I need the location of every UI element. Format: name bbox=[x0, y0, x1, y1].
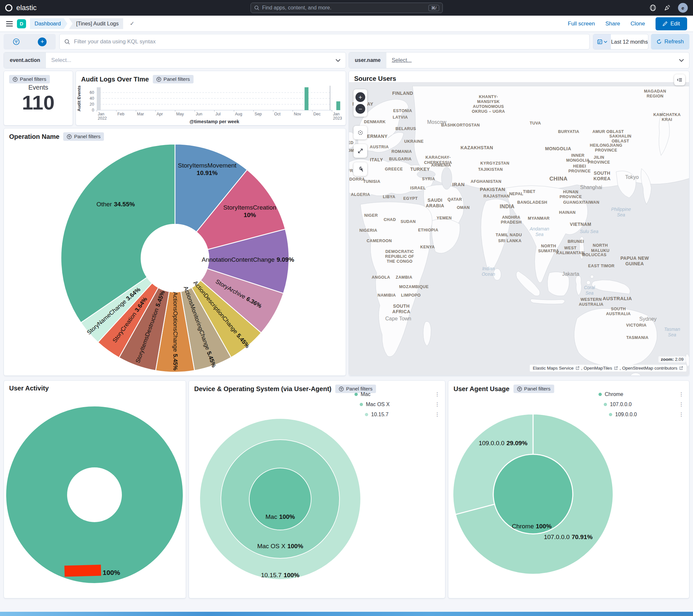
pie-slice[interactable] bbox=[249, 468, 311, 530]
map-label: NIGERIA bbox=[359, 229, 377, 233]
bar[interactable] bbox=[305, 88, 309, 110]
panel-title: User Agent Usage bbox=[454, 385, 510, 393]
full-screen-link[interactable]: Full screen bbox=[568, 21, 595, 27]
legend-item[interactable]: 107.0.0.0⋮ bbox=[598, 399, 684, 409]
set-to-data-bounds-button[interactable] bbox=[354, 126, 367, 139]
global-search-input[interactable]: Find apps, content, and more. ⌘/ bbox=[251, 3, 443, 13]
filter-in-circle-icon bbox=[156, 77, 161, 82]
attribution-link[interactable]: OpenMapTiles bbox=[583, 366, 612, 370]
map-label: KAZAKHSTAN bbox=[460, 145, 493, 151]
panel-filters-badge[interactable]: Panel filters bbox=[153, 75, 194, 83]
filter-in-circle-icon bbox=[67, 134, 72, 139]
map-label: BANGLADESH bbox=[517, 200, 547, 205]
legend-item[interactable]: Chrome⋮ bbox=[598, 389, 684, 399]
space-badge[interactable]: D bbox=[17, 19, 26, 28]
panel-operation-name: Operation Name Panel filters StoryItemsM… bbox=[4, 128, 346, 376]
map-label: YEMEN bbox=[437, 216, 452, 220]
legend-options-icon[interactable]: ⋮ bbox=[435, 391, 440, 397]
map-label: AUSTRIA bbox=[370, 145, 389, 150]
bar[interactable] bbox=[336, 101, 340, 110]
map-label: ESTONIA bbox=[393, 109, 412, 113]
attribution-link[interactable]: Elastic Maps Service bbox=[533, 366, 573, 370]
map-label: VICTORIA bbox=[626, 323, 647, 328]
map-label: TAJIKISTAN bbox=[478, 167, 503, 172]
elastic-logo[interactable]: elastic bbox=[0, 4, 37, 12]
svg-text:Mar: Mar bbox=[137, 112, 144, 116]
global-search-placeholder: Find apps, content, and more. bbox=[262, 5, 429, 11]
map-label: QATAR bbox=[447, 197, 462, 202]
legend-item[interactable]: 10.15.7⋮ bbox=[355, 409, 440, 420]
crosshair-icon bbox=[357, 129, 363, 136]
map-legend-toggle-button[interactable] bbox=[674, 74, 685, 85]
pie-slice[interactable] bbox=[493, 454, 573, 534]
map-label: FINLAND bbox=[392, 91, 413, 96]
map-label: PAPUA NEW GUINEA bbox=[620, 255, 649, 267]
map-tools-button[interactable] bbox=[354, 162, 367, 176]
map-label: MONGOLIA bbox=[545, 146, 571, 152]
map-label: EAST TIMOR bbox=[588, 264, 614, 269]
svg-text:Jul: Jul bbox=[215, 112, 221, 116]
pie-slice[interactable] bbox=[37, 437, 153, 553]
svg-text:Apr: Apr bbox=[157, 112, 163, 116]
calendar-button[interactable] bbox=[593, 34, 611, 49]
fit-to-bounds-button[interactable] bbox=[354, 144, 367, 158]
whats-new-icon[interactable] bbox=[664, 4, 671, 12]
map-label: BURYATIA bbox=[558, 129, 579, 134]
panel-filters-badge[interactable]: Panel filters bbox=[9, 75, 50, 83]
zoom-in-button[interactable]: + bbox=[355, 92, 365, 102]
breadcrumb-dashboard[interactable]: Dashboard bbox=[30, 18, 67, 29]
filter-in-circle-icon bbox=[339, 387, 344, 391]
calendar-icon bbox=[597, 39, 602, 44]
map-label: DEMOCRATIC REPUBLIC OF THE CONGO bbox=[385, 249, 414, 264]
panel-title: Device & Operating System (via User-Agen… bbox=[194, 385, 331, 393]
bar[interactable] bbox=[97, 88, 101, 110]
pencil-icon bbox=[663, 21, 668, 26]
legend-item[interactable]: Mac OS X⋮ bbox=[355, 399, 440, 409]
panel-audit-logs-over-time: Audit Logs Over TIme Panel filters 02040… bbox=[76, 71, 346, 126]
add-filter-button[interactable]: + bbox=[38, 37, 46, 46]
chevron-down-icon[interactable] bbox=[336, 59, 340, 62]
panel-filters-badge[interactable]: Panel filters bbox=[63, 132, 104, 141]
legend-options-icon[interactable]: ⋮ bbox=[679, 401, 684, 407]
map-label: ISRAEL bbox=[410, 186, 426, 191]
expand-icon bbox=[357, 148, 363, 154]
legend-options-icon[interactable]: ⋮ bbox=[679, 411, 684, 418]
svg-text:Sep: Sep bbox=[255, 112, 262, 116]
control-value[interactable]: Select... bbox=[51, 57, 71, 63]
legend-item[interactable]: Mac⋮ bbox=[355, 389, 440, 399]
legend-item[interactable]: 109.0.0.0⋮ bbox=[598, 409, 684, 420]
clone-link[interactable]: Clone bbox=[630, 21, 645, 27]
time-range-value[interactable]: Last 12 months bbox=[611, 39, 648, 45]
kql-search-input[interactable]: Filter your data using KQL syntax bbox=[59, 34, 590, 50]
map-label: TASMANIA bbox=[626, 335, 648, 340]
zoom-out-button[interactable]: − bbox=[355, 104, 365, 114]
redaction-box bbox=[64, 565, 101, 577]
map-label: Philippine Sea bbox=[611, 207, 631, 218]
share-link[interactable]: Share bbox=[605, 21, 620, 27]
control-label: user.name bbox=[349, 53, 387, 68]
saved-check-icon[interactable]: ✓ bbox=[130, 20, 134, 27]
refresh-button[interactable]: Refresh bbox=[651, 34, 689, 50]
chevron-down-icon[interactable] bbox=[679, 59, 684, 62]
legend-options-icon[interactable]: ⋮ bbox=[435, 401, 440, 407]
control-event-action[interactable]: event.action Select... bbox=[4, 52, 346, 69]
map-label: UKRAINE bbox=[404, 139, 424, 144]
avatar[interactable]: e bbox=[678, 3, 688, 13]
control-user-name[interactable]: user.name Select... bbox=[349, 52, 689, 69]
map-label: Shanghai bbox=[580, 184, 602, 191]
legend-options-icon[interactable]: ⋮ bbox=[435, 411, 440, 418]
control-value[interactable]: Select... bbox=[392, 57, 412, 63]
legend-options-icon[interactable]: ⋮ bbox=[679, 391, 684, 397]
filter-in-circle-icon bbox=[13, 77, 18, 82]
panel-filters-badge[interactable]: Panel filters bbox=[514, 385, 554, 393]
attribution-link[interactable]: OpenStreetMap contributors bbox=[622, 366, 677, 370]
saved-filters-icon[interactable] bbox=[13, 38, 20, 45]
edit-button[interactable]: Edit bbox=[655, 17, 687, 30]
cloud-deployment-icon[interactable] bbox=[649, 4, 656, 12]
panel-source-users-map: Source Users bbox=[349, 71, 689, 376]
map-label: NORTH MALUKU bbox=[591, 243, 610, 253]
map-label: SOUTH AUSTRALIA bbox=[606, 307, 631, 317]
world-map[interactable]: FINLANDNORWAYKHANTY- MANSIYSK AUTONOMOUS… bbox=[349, 82, 689, 376]
user-agent-legend: Chrome⋮107.0.0.0⋮109.0.0.0⋮ bbox=[598, 389, 684, 420]
menu-icon[interactable] bbox=[6, 21, 13, 27]
